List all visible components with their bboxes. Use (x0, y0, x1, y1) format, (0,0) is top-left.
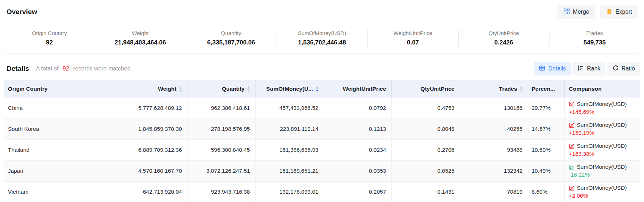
tab-details[interactable]: Details (534, 62, 571, 76)
summary-prefix: A total of (36, 65, 58, 72)
merge-button-label: Merge (573, 9, 589, 15)
details-table: Origin CountryWeightQuantitySumOfMoney(U… (4, 80, 640, 202)
comparison-metric: SumOfMoney(USD) (577, 185, 627, 191)
column-header-percen: Percen... (528, 80, 564, 98)
column-label: Percen... (532, 86, 555, 92)
stat-label: QtyUnitPrice (458, 30, 549, 36)
stat-label: Trades (549, 30, 640, 36)
comparison-change: +145.69% (569, 109, 641, 115)
toolbar: Merge Export (557, 5, 638, 19)
tab-ratio-label: Ratio (622, 66, 635, 72)
sort-carets-icon (179, 86, 182, 92)
merge-button[interactable]: Merge (557, 5, 595, 19)
weight-cell: 642,713,920.04 (120, 181, 187, 202)
overview-stats-card: Origin Country 92 Weight 21,948,403,464.… (4, 23, 640, 53)
origin-country-cell: Thailand (4, 139, 120, 160)
summary-suffix: records were matched (73, 65, 130, 72)
details-title: Details (7, 65, 29, 73)
comparison-metric: SumOfMoney(USD) (577, 164, 627, 170)
comparison-cell: SumOfMoney(USD)+159.19% (564, 119, 640, 139)
quantity-cell: 962,386,418.61 (187, 98, 255, 119)
trend-up-chart-icon (569, 123, 574, 128)
tab-rank[interactable]: Rank (572, 62, 606, 76)
column-label: SumOfMoney(U... (266, 86, 313, 92)
weight-unit-price-cell: 0.0353 (324, 160, 391, 181)
comparison-cell: SumOfMoney(USD)+145.69% (564, 98, 640, 119)
column-label: Weight (158, 86, 176, 92)
column-header-origin-country: Origin Country (4, 80, 120, 98)
weight-cell: 1,845,859,370.30 (120, 119, 187, 139)
export-button[interactable]: Export (600, 5, 638, 19)
column-label: Quantity (222, 86, 245, 92)
column-header-sumofmoney-u[interactable]: SumOfMoney(U... (255, 80, 324, 98)
export-button-label: Export (615, 9, 632, 15)
quantity-cell: 3,072,126,247.51 (187, 160, 255, 181)
record-count: 92 (63, 65, 69, 72)
column-label: Comparison (569, 86, 602, 92)
table-row: Vietnam642,713,920.04923,943,716.38132,1… (4, 181, 640, 202)
sum-of-money-cell: 457,433,966.52 (255, 98, 324, 119)
column-header-qtyunitprice: QtyUnitPrice (391, 80, 460, 98)
comparison-metric: SumOfMoney(USD) (577, 101, 627, 107)
weight-cell: 4,570,160,167.70 (120, 160, 187, 181)
stat-value: 549,735 (549, 39, 640, 46)
trades-cell: 70819 (460, 181, 528, 202)
trade-analysis-page: Overview Merge (0, 0, 644, 202)
sort-carets-icon (316, 86, 319, 92)
qty-unit-price-cell: 0.8048 (391, 119, 460, 139)
stat-sum-of-money: SumOfMoney(USD) 1,536,702,446.48 (277, 29, 367, 48)
sum-of-money-cell: 161,386,635.93 (255, 139, 324, 160)
stat-value: 0.07 (367, 39, 458, 46)
column-label: Origin Country (8, 86, 47, 92)
trend-up-chart-icon (569, 143, 574, 149)
merge-grid-icon (564, 8, 570, 16)
table-row: Thailand6,889,709,312.36596,300,840.4516… (4, 139, 640, 160)
rank-bars-icon (578, 65, 584, 72)
weight-unit-price-cell: 0.0792 (324, 98, 391, 119)
origin-country-cell: Vietnam (4, 181, 120, 202)
details-table-wrap: Origin CountryWeightQuantitySumOfMoney(U… (4, 80, 640, 202)
table-row: China5,777,628,489.12962,386,418.61457,4… (4, 98, 640, 119)
stat-label: SumOfMoney(USD) (277, 30, 367, 36)
column-header-trades[interactable]: Trades (460, 80, 528, 98)
stat-value: 1,536,702,446.48 (277, 39, 367, 46)
column-header-weight[interactable]: Weight (120, 80, 187, 98)
trades-cell: 130166 (460, 98, 528, 119)
ratio-cycle-icon (613, 65, 619, 72)
table-row: South Korea1,845,859,370.30278,198,576.9… (4, 119, 640, 139)
page-title: Overview (7, 8, 37, 16)
table-row: Japan4,570,160,167.703,072,126,247.51161… (4, 160, 640, 181)
comparison-metric: SumOfMoney(USD) (577, 122, 627, 128)
comparison-change: +2.06% (569, 193, 641, 199)
column-label: WeightUnitPrice (343, 86, 386, 92)
stat-weight: Weight 21,948,403,464.06 (95, 29, 186, 48)
comparison-cell: SumOfMoney(USD)-16.22% (564, 160, 640, 181)
stat-value: 92 (4, 39, 95, 46)
records-matched-summary: A total of 92 records were matched (36, 65, 130, 72)
stat-weight-unit-price: WeightUnitPrice 0.07 (367, 29, 458, 48)
sort-carets-icon (247, 86, 250, 92)
comparison-change: +163.38% (569, 151, 641, 157)
comparison-metric: SumOfMoney(USD) (577, 143, 627, 149)
stat-qty-unit-price: QtyUnitPrice 0.2426 (458, 29, 549, 48)
column-header-quantity[interactable]: Quantity (187, 80, 255, 98)
qty-unit-price-cell: 0.4753 (391, 98, 460, 119)
sum-of-money-cell: 161,169,651.21 (255, 160, 324, 181)
stat-quantity: Quantity 6,335,187,700.06 (186, 29, 277, 48)
stat-label: Quantity (186, 30, 277, 36)
trend-down-chart-icon (569, 164, 574, 170)
percent-cell: 8.60% (528, 181, 564, 202)
quantity-cell: 596,300,840.45 (187, 139, 255, 160)
trend-up-chart-icon (569, 101, 574, 107)
sum-of-money-cell: 132,178,099.01 (255, 181, 324, 202)
column-header-weightunitprice: WeightUnitPrice (324, 80, 391, 98)
table-grid-icon (539, 65, 545, 72)
table-header-row: Origin CountryWeightQuantitySumOfMoney(U… (4, 80, 640, 98)
percent-cell: 14.57% (528, 119, 564, 139)
trend-up-chart-icon (569, 185, 574, 191)
qty-unit-price-cell: 0.0525 (391, 160, 460, 181)
tab-ratio[interactable]: Ratio (607, 62, 640, 76)
comparison-change: +159.19% (569, 130, 641, 136)
weight-unit-price-cell: 0.1213 (324, 119, 391, 139)
trades-cell: 40255 (460, 119, 528, 139)
